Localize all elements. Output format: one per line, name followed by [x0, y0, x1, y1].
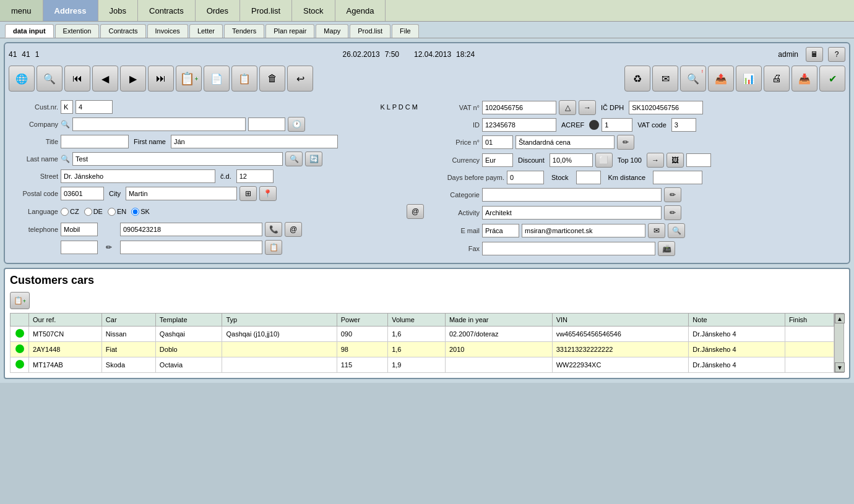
- discount-btn[interactable]: ⬜: [595, 153, 613, 168]
- telephone-input[interactable]: [120, 223, 262, 236]
- refresh-button[interactable]: ♻: [624, 66, 650, 92]
- prev-record-button[interactable]: ◀: [92, 66, 118, 92]
- telephone2-type-input[interactable]: [61, 241, 98, 254]
- report-button[interactable]: 📊: [736, 66, 762, 92]
- fax-input[interactable]: [482, 242, 655, 255]
- vat-input[interactable]: [482, 101, 556, 114]
- nav-jobs[interactable]: Jobs: [98, 0, 138, 21]
- lang-de[interactable]: DE: [84, 208, 103, 216]
- fax-btn[interactable]: 📠: [658, 241, 675, 256]
- company-extra-input[interactable]: [248, 117, 285, 131]
- calculator-button[interactable]: 🖩: [806, 47, 823, 62]
- acref-radio-dot[interactable]: [589, 120, 599, 130]
- cd-input[interactable]: [236, 169, 274, 183]
- lang-sk[interactable]: SK: [131, 208, 150, 216]
- language-email-btn[interactable]: @: [407, 204, 424, 219]
- categorie-edit-btn[interactable]: ✏: [664, 187, 681, 202]
- tab-data-input[interactable]: data input: [5, 24, 54, 38]
- company-search-icon[interactable]: 🔍: [61, 120, 70, 129]
- email-input[interactable]: [522, 224, 645, 237]
- undo-button[interactable]: ↩: [287, 66, 313, 92]
- km-input[interactable]: [653, 171, 702, 184]
- search-button[interactable]: 🔍: [37, 66, 63, 92]
- id-input[interactable]: [482, 118, 556, 132]
- city-input[interactable]: [126, 187, 237, 200]
- lastname-search-icon[interactable]: 🔍: [61, 155, 70, 163]
- nav-stock[interactable]: Stock: [292, 0, 335, 21]
- top100-arrow[interactable]: →: [647, 153, 664, 168]
- tab-invoices[interactable]: Invoices: [147, 24, 188, 38]
- tab-mapy[interactable]: Mapy: [316, 24, 348, 38]
- lang-cz[interactable]: CZ: [61, 208, 79, 216]
- export-button[interactable]: 📥: [791, 66, 817, 92]
- scroll-down-btn[interactable]: ▼: [835, 362, 845, 372]
- tab-letter[interactable]: Letter: [189, 24, 223, 38]
- nav-contracts[interactable]: Contracts: [138, 0, 196, 21]
- telephone2-call-btn[interactable]: 📋: [265, 240, 282, 255]
- discount-input[interactable]: [550, 153, 593, 167]
- scroll-up-btn[interactable]: ▲: [835, 314, 845, 323]
- globe-search-button[interactable]: 🌐: [9, 66, 35, 92]
- ic-dph-input[interactable]: [629, 101, 703, 114]
- add-car-button[interactable]: 📋+: [10, 292, 30, 309]
- tab-contracts[interactable]: Contracts: [100, 24, 145, 38]
- table-row[interactable]: MT174AB Skoda Octavia 115 1,9 WW222934XC…: [11, 357, 834, 373]
- activity-input[interactable]: [482, 206, 662, 220]
- cust-nr-input[interactable]: [75, 100, 113, 114]
- tab-extention[interactable]: Extention: [55, 24, 100, 38]
- telephone2-input[interactable]: [120, 241, 262, 254]
- price-n-input[interactable]: [482, 135, 513, 149]
- nav-prodlist[interactable]: Prod.list: [240, 0, 292, 21]
- postal-input[interactable]: [61, 187, 104, 200]
- delete-record-button[interactable]: 🗑: [259, 66, 285, 92]
- first-record-button[interactable]: ⏮: [64, 66, 90, 92]
- company-clock-button[interactable]: 🕐: [288, 117, 305, 132]
- lang-en[interactable]: EN: [108, 208, 126, 216]
- table-row[interactable]: MT507CN Nissan Qashqai Qashqai (j10,jj10…: [11, 327, 834, 342]
- telephone-call-btn[interactable]: 📞: [265, 222, 282, 237]
- lastname-search-btn[interactable]: 🔍: [285, 152, 303, 166]
- email-button[interactable]: ✉: [652, 66, 678, 92]
- stock-input[interactable]: [576, 171, 601, 184]
- help-button[interactable]: ?: [828, 47, 845, 62]
- add-record-button[interactable]: 📋+: [176, 66, 202, 92]
- tab-prod-list[interactable]: Prod.list: [350, 24, 390, 38]
- next-record-button[interactable]: ▶: [120, 66, 146, 92]
- firstname-input[interactable]: [171, 135, 338, 148]
- email-search-btn[interactable]: 🔍: [668, 223, 685, 238]
- print-button[interactable]: 🖨: [764, 66, 790, 92]
- copy-record-button[interactable]: 📋: [231, 66, 257, 92]
- top100-img-btn[interactable]: 🖼: [666, 153, 684, 168]
- email-type-input[interactable]: [482, 224, 519, 237]
- nav-agenda[interactable]: Agenda: [335, 0, 386, 21]
- nav-address[interactable]: Address: [43, 0, 98, 21]
- title-input[interactable]: [61, 135, 129, 148]
- days-input[interactable]: [507, 171, 544, 184]
- upload-button[interactable]: 📤: [708, 66, 734, 92]
- city-map-btn[interactable]: 📍: [259, 186, 277, 201]
- currency-input[interactable]: [482, 153, 513, 167]
- price-desc-input[interactable]: [515, 135, 615, 149]
- cust-nr-k[interactable]: [61, 100, 73, 114]
- telephone-email-btn[interactable]: @: [285, 222, 302, 237]
- tab-tenders[interactable]: Tenders: [224, 24, 264, 38]
- categorie-input[interactable]: [482, 188, 662, 202]
- nav-ordes[interactable]: Ordes: [196, 0, 240, 21]
- nav-menu[interactable]: menu: [0, 0, 43, 21]
- vat-triangle-btn[interactable]: △: [559, 100, 576, 115]
- tab-file[interactable]: File: [392, 24, 419, 38]
- activity-edit-btn[interactable]: ✏: [664, 205, 681, 220]
- confirm-button[interactable]: ✔: [819, 66, 845, 92]
- vat-arrow-btn[interactable]: →: [579, 100, 596, 115]
- company-input[interactable]: [72, 117, 246, 131]
- top100-input[interactable]: [686, 153, 711, 167]
- table-row[interactable]: 2AY1448 Fiat Doblo 98 1,6 2010 331213232…: [11, 342, 834, 357]
- street-input[interactable]: [61, 169, 215, 183]
- find-button[interactable]: 🔍!: [680, 66, 706, 92]
- tab-plan-repair[interactable]: Plan repair: [265, 24, 314, 38]
- telephone-type-input[interactable]: [61, 223, 98, 236]
- edit-record-button[interactable]: 📄: [204, 66, 230, 92]
- price-edit-btn[interactable]: ✏: [617, 135, 634, 150]
- last-record-button[interactable]: ⏭: [148, 66, 174, 92]
- lastname-refresh-btn[interactable]: 🔄: [305, 152, 322, 166]
